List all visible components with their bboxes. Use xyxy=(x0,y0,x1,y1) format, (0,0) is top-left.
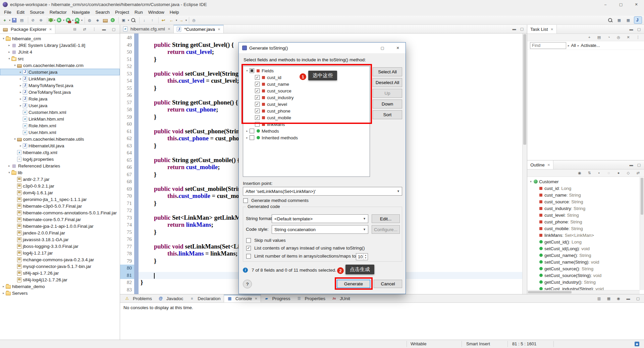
spin-down-icon[interactable]: ▼ xyxy=(365,257,367,259)
menu-help[interactable]: Help xyxy=(167,9,182,15)
dialog-tree-item[interactable]: ▸Methods xyxy=(243,128,370,134)
pkg-item[interactable]: ▸JHibernateUtil.java xyxy=(0,142,120,149)
checkbox[interactable] xyxy=(255,82,260,86)
outline-item[interactable]: getCust_name() : String xyxy=(527,252,644,259)
close-dialog-button[interactable]: ✕ xyxy=(390,43,406,53)
outline-item[interactable]: setCust_id(Long) : void xyxy=(527,245,644,252)
menu-project[interactable]: Project xyxy=(112,9,132,15)
pkg-item[interactable]: ▾src xyxy=(0,55,120,62)
close-icon[interactable]: ✕ xyxy=(551,27,553,31)
checkbox[interactable] xyxy=(255,115,260,120)
pkg-item[interactable]: hibernate-core-5.0.7.Final.jar xyxy=(0,216,120,223)
collapsed-arrow-icon[interactable]: ▸ xyxy=(245,129,249,133)
dialog-tree-item[interactable]: ▸Inherited methods xyxy=(243,134,370,141)
view-tab-properties[interactable]: ☰Properties xyxy=(293,294,329,302)
view-tab-problems[interactable]: ⚠Problems xyxy=(121,294,155,302)
dropdown-arrow-icon[interactable]: ▾ xyxy=(9,19,10,22)
sort-button[interactable]: Sort xyxy=(373,110,402,119)
collapsed-arrow-icon[interactable]: ▸ xyxy=(7,50,11,54)
pkg-item[interactable]: slf4j-api-1.7.26.jar xyxy=(0,270,120,276)
view-tab-junit[interactable]: JuJUnit xyxy=(328,294,353,302)
pkg-item[interactable]: ≡log4j.properties xyxy=(0,156,120,162)
spin-up-icon[interactable]: ▲ xyxy=(365,254,367,257)
expanded-arrow-icon[interactable]: ▾ xyxy=(13,64,17,67)
build-button[interactable]: ⊕ xyxy=(38,16,46,24)
pkg-item[interactable]: c3p0-0.9.2.1.jar xyxy=(0,183,120,189)
outline-item[interactable]: cust_mobile : String xyxy=(527,225,644,232)
close-icon[interactable]: ✕ xyxy=(255,297,257,300)
new-web-project-button[interactable]: ◍ xyxy=(86,16,94,24)
checkbox[interactable] xyxy=(255,109,260,113)
menu-edit[interactable]: Edit xyxy=(14,9,27,15)
collapsed-arrow-icon[interactable]: ▸ xyxy=(18,90,23,94)
pkg-item[interactable]: antlr-2.7.7.jar xyxy=(0,176,120,183)
focus-button[interactable]: ◉ xyxy=(576,169,583,177)
notification-icon[interactable]: ◆ xyxy=(635,342,639,346)
pkg-item[interactable]: ▸JLinkMan.java xyxy=(0,75,120,82)
pkg-item[interactable]: hibernate-commons-annotations-5.0.1.Fina… xyxy=(0,209,120,216)
list-contents-option[interactable]: List contents of arrays instead of using… xyxy=(246,246,365,251)
minimize-icon[interactable]: ▬ xyxy=(629,26,634,32)
outline-item[interactable]: cust_name : String xyxy=(527,192,644,198)
dropdown-arrow-icon[interactable]: ▾ xyxy=(81,19,83,22)
pkg-item[interactable]: xRole.hbm.xml xyxy=(0,122,120,129)
collapsed-arrow-icon[interactable]: ▸ xyxy=(1,285,6,288)
collapsed-arrow-icon[interactable]: ▸ xyxy=(18,70,23,74)
pkg-item[interactable]: ▸hibernate_demo xyxy=(0,283,120,290)
code-style-combo[interactable]: String concatenation ▼ xyxy=(272,225,368,234)
pkg-item[interactable]: hibernate-c3p0-5.0.7.Final.jar xyxy=(0,203,120,209)
pkg-item[interactable]: ▸▤JRE System Library [JavaSE-1.8] xyxy=(0,42,120,49)
print-button[interactable]: ▤ xyxy=(18,16,26,24)
deselect-all-button[interactable]: Deselect All xyxy=(373,78,402,87)
outline-item[interactable]: cust_source : String xyxy=(527,198,644,205)
maximize-button[interactable]: ▢ xyxy=(110,25,117,33)
checkbox[interactable] xyxy=(246,246,251,251)
hide-local-types-button[interactable]: ◇ xyxy=(625,169,632,177)
quick-search-button[interactable] xyxy=(607,16,615,24)
open-perspective-button[interactable]: ▦ xyxy=(616,16,624,24)
close-icon[interactable]: ✕ xyxy=(547,163,550,167)
expanded-arrow-icon[interactable]: ▾ xyxy=(1,37,6,40)
focus-tasks-button[interactable]: ◎ xyxy=(615,34,622,41)
view-menu-button[interactable]: ⋮ xyxy=(634,34,642,41)
generate-button[interactable]: Generate xyxy=(337,280,370,288)
pkg-item[interactable]: dom4j-1.6.1.jar xyxy=(0,189,120,196)
annotation-prev-button[interactable]: ↑ xyxy=(149,16,157,24)
display-console-button[interactable]: ▦ xyxy=(605,295,612,302)
down-button[interactable]: Down xyxy=(373,99,402,109)
pkg-item[interactable]: xCustomer.hbm.xml xyxy=(0,109,120,116)
collapsed-arrow-icon[interactable]: ▸ xyxy=(18,104,23,107)
line-number-ruler[interactable]: 4849505152535455565758596061626364656667… xyxy=(120,33,134,294)
new-servlet-button[interactable]: ◈ xyxy=(94,16,102,24)
scrollbar-thumb[interactable] xyxy=(523,34,526,145)
checkbox[interactable] xyxy=(255,102,260,107)
editor-vertical-scrollbar[interactable] xyxy=(522,33,527,294)
outline-item[interactable]: cust_phone : String xyxy=(527,218,644,225)
expanded-arrow-icon[interactable]: ▾ xyxy=(13,137,17,141)
collapse-all-button[interactable]: ⊟ xyxy=(71,25,78,33)
categorized-button[interactable]: ▤ xyxy=(595,34,603,41)
menu-source[interactable]: Source xyxy=(27,9,47,15)
dialog-tree-item[interactable]: cust_id xyxy=(243,74,370,81)
dialog-tree-item[interactable]: cust_level xyxy=(243,101,370,108)
outline-item[interactable]: getCust_id() : Long xyxy=(527,238,644,245)
hide-non-public-button[interactable]: ● xyxy=(615,169,622,177)
task-activate-link[interactable]: Activate... xyxy=(581,43,600,48)
menu-window[interactable]: Window xyxy=(146,9,167,15)
hide-fields-button[interactable]: ▪ xyxy=(595,169,603,177)
close-icon[interactable]: ✕ xyxy=(49,27,52,31)
fields-methods-tree[interactable]: ▾Fieldscust_idcust_namecust_sourcecust_i… xyxy=(243,66,370,177)
link-editor-button[interactable]: ⇄ xyxy=(81,25,88,33)
insertion-point-combo[interactable]: After 'setLinkMans(Set<LinkMan>)' ▼ xyxy=(243,187,402,196)
pkg-item[interactable]: jboss-logging-3.3.0.Final.jar xyxy=(0,243,120,250)
pkg-item[interactable]: hibernate-jpa-2.1-api-1.0.0.Final.jar xyxy=(0,223,120,229)
search-toolbar-button[interactable] xyxy=(130,16,138,24)
pkg-item[interactable]: slf4j-log4j12-1.7.26.jar xyxy=(0,276,120,283)
collapsed-arrow-icon[interactable]: ▸ xyxy=(18,77,23,80)
checkbox[interactable] xyxy=(246,254,251,259)
string-format-combo[interactable]: <Default template> ▼ xyxy=(272,214,368,223)
dialog-tree-item[interactable]: cust_phone xyxy=(243,108,370,114)
limit-items-option[interactable]: Limit number of items in arrays/collecti… xyxy=(246,254,356,259)
dropdown-arrow-icon[interactable]: ▾ xyxy=(176,19,177,22)
scheduled-button[interactable]: ◔ xyxy=(605,34,612,41)
